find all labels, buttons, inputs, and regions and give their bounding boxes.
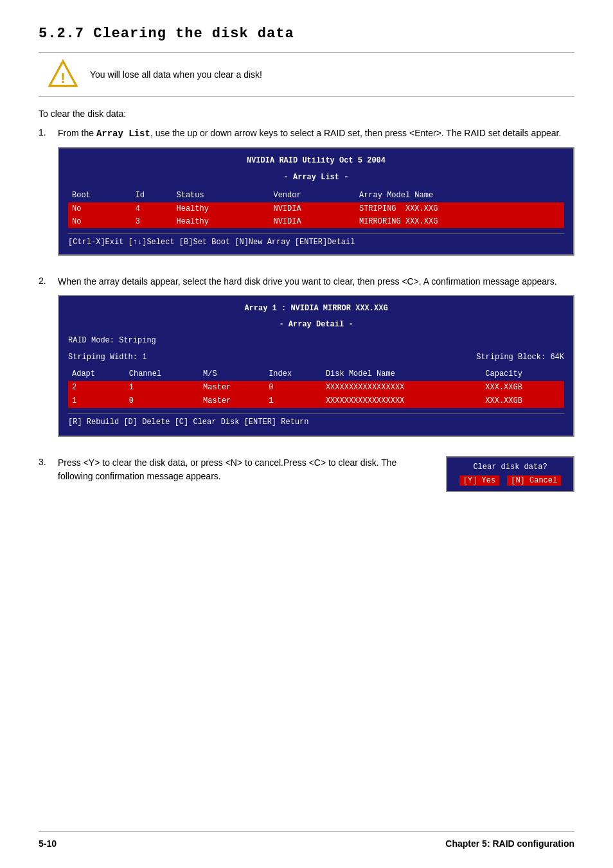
d-row2-channel: 0 (125, 394, 199, 408)
striping-width: Striping Width: 1 (68, 351, 147, 364)
d-row1-capacity: XXX.XXGB (481, 381, 564, 394)
row1-boot: No (68, 202, 132, 215)
row1-vendor: NVIDIA (269, 202, 355, 215)
raid-mode: RAID Mode: Striping (68, 336, 156, 345)
step-3-number: 3. (39, 456, 58, 467)
page-footer: 5-10 Chapter 5: RAID configuration (39, 831, 574, 849)
warning-box: ! You will lose all data when you clear … (39, 52, 574, 97)
step-3: 3. Press <Y> to clear the disk data, or … (39, 456, 574, 492)
step-1-content: From the Array List, use the up or down … (58, 127, 574, 265)
array-list-row-1: No 4 Healthy NVIDIA STRIPING XXX.XXG (68, 202, 564, 215)
array-list-table: Boot Id Status Vendor Array Model Name N… (68, 188, 564, 228)
step-1-number: 1. (39, 127, 58, 137)
col-disk-model: Disk Model Name (322, 368, 481, 381)
step-3-paragraph: Press <Y> to clear the disk data, or pre… (58, 456, 427, 483)
step-3-content: Press <Y> to clear the disk data, or pre… (58, 456, 574, 492)
step-1-bold: Array List (96, 128, 150, 139)
row2-model: MIRRORING XXX.XXG (355, 215, 564, 228)
row1-id: 4 (132, 202, 173, 215)
step-1: 1. From the Array List, use the up or do… (39, 127, 574, 265)
array-detail-header-row: Adapt Channel M/S Index Disk Model Name … (68, 368, 564, 381)
cancel-button[interactable]: [N] Cancel (507, 475, 561, 486)
step3-text: Press <Y> to clear the disk data, or pre… (58, 456, 427, 490)
col-capacity: Capacity (481, 368, 564, 381)
step-2-text: When the array details appear, select th… (58, 275, 574, 288)
striping-info: Striping Width: 1 Striping Block: 64K (68, 351, 564, 364)
detail-row-2: 1 0 Master 1 XXXXXXXXXXXXXXXXX XXX.XXGB (68, 394, 564, 408)
footer-chapter: Chapter 5: RAID configuration (445, 838, 574, 849)
col-status: Status (173, 188, 270, 202)
step-2: 2. When the array details appear, select… (39, 275, 574, 446)
d-row1-ms: Master (199, 381, 265, 394)
detail-row-1: 2 1 Master 0 XXXXXXXXXXXXXXXXX XXX.XXGB (68, 381, 564, 394)
array-detail-title2: - Array Detail - (68, 319, 564, 331)
array-list-console: NVIDIA RAID Utility Oct 5 2004 - Array L… (58, 147, 574, 256)
array-detail-table: Adapt Channel M/S Index Disk Model Name … (68, 368, 564, 409)
confirm-buttons: [Y] Yes [N] Cancel (456, 475, 564, 486)
row1-model: STRIPING XXX.XXG (355, 202, 564, 215)
d-row2-capacity: XXX.XXGB (481, 394, 564, 408)
col-model: Array Model Name (355, 188, 564, 202)
array-list-row-2: No 3 Healthy NVIDIA MIRRORING XXX.XXG (68, 215, 564, 228)
intro-text: To clear the disk data: (39, 109, 574, 119)
step3-container: Press <Y> to clear the disk data, or pre… (58, 456, 574, 492)
array-list-title2: - Array List - (68, 172, 564, 183)
row1-status: Healthy (173, 202, 270, 215)
page-title: 5.2.7 Clearing the disk data (39, 26, 574, 42)
row2-vendor: NVIDIA (269, 215, 355, 228)
steps-list: 1. From the Array List, use the up or do… (39, 127, 574, 492)
confirm-dialog: Clear disk data? [Y] Yes [N] Cancel (446, 456, 574, 492)
col-channel: Channel (125, 368, 199, 381)
step-2-content: When the array details appear, select th… (58, 275, 574, 446)
confirm-title: Clear disk data? (456, 463, 564, 472)
col-id: Id (132, 188, 173, 202)
warning-icon: ! (48, 59, 78, 90)
step-1-text: From the Array List, use the up or down … (58, 127, 574, 141)
col-ms: M/S (199, 368, 265, 381)
warning-text: You will lose all data when you clear a … (90, 69, 262, 80)
col-vendor: Vendor (269, 188, 355, 202)
d-row1-model: XXXXXXXXXXXXXXXXX (322, 381, 481, 394)
d-row2-index: 1 (265, 394, 322, 408)
d-row2-ms: Master (199, 394, 265, 408)
col-boot: Boot (68, 188, 132, 202)
col-index: Index (265, 368, 322, 381)
d-row1-adapt: 2 (68, 381, 125, 394)
d-row2-model: XXXXXXXXXXXXXXXXX (322, 394, 481, 408)
col-adapt: Adapt (68, 368, 125, 381)
array-list-header-row: Boot Id Status Vendor Array Model Name (68, 188, 564, 202)
detail-meta: RAID Mode: Striping (68, 335, 564, 347)
step-2-number: 2. (39, 275, 58, 286)
d-row1-channel: 1 (125, 381, 199, 394)
array-detail-console: Array 1 : NVIDIA MIRROR XXX.XXG - Array … (58, 295, 574, 437)
array-detail-title1: Array 1 : NVIDIA MIRROR XXX.XXG (68, 303, 564, 315)
row2-status: Healthy (173, 215, 270, 228)
striping-block: Striping Block: 64K (476, 351, 564, 364)
array-list-title1: NVIDIA RAID Utility Oct 5 2004 (68, 155, 564, 166)
array-detail-footer: [R] Rebuild [D] Delete [C] Clear Disk [E… (68, 413, 564, 429)
d-row2-adapt: 1 (68, 394, 125, 408)
row2-id: 3 (132, 215, 173, 228)
row2-boot: No (68, 215, 132, 228)
svg-text:!: ! (60, 70, 65, 86)
footer-page-number: 5-10 (39, 838, 57, 849)
yes-button[interactable]: [Y] Yes (459, 475, 499, 486)
array-list-footer: [Ctrl-X]Exit [↑↓]Select [B]Set Boot [N]N… (68, 233, 564, 248)
d-row1-index: 0 (265, 381, 322, 394)
